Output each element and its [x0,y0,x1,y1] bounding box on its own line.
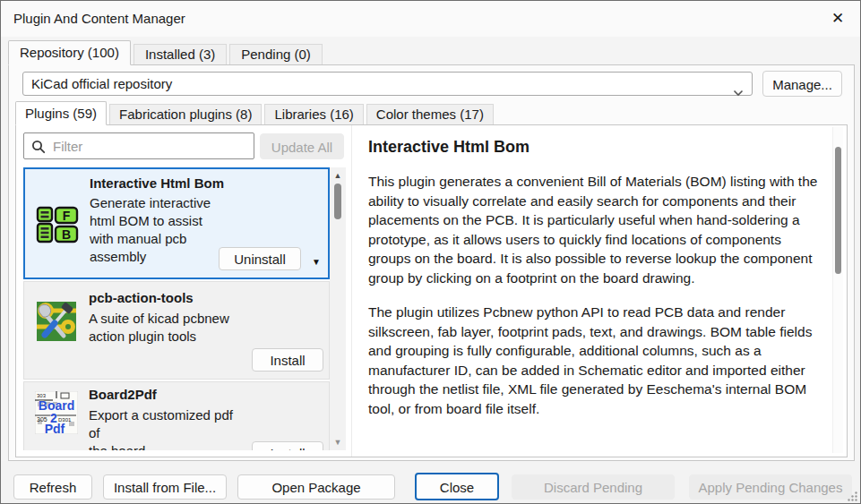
repository-select-value: KiCad official repository [31,76,172,91]
open-package-directory-button[interactable]: Open Package Directory [237,474,395,500]
chevron-down-icon [733,81,744,103]
content-type-tab-bar: Plugins (59) Fabrication plugins (8) Lib… [15,101,494,124]
svg-text:F: F [63,209,71,223]
tab-plugins[interactable]: Plugins (59) [15,101,107,125]
plugin-and-content-manager-dialog: Plugin And Content Manager ✕ Repository … [0,0,861,504]
list-item-interactive-html-bom[interactable]: F B Interactive Html Bom Generate intera… [23,167,330,279]
tab-libraries[interactable]: Libraries (16) [264,104,363,124]
update-all-button: Update All [260,133,344,159]
close-icon[interactable]: ✕ [824,7,851,30]
window-title: Plugin And Content Manager [13,1,185,37]
svg-text:Pdf: Pdf [45,422,65,434]
tab-pending[interactable]: Pending (0) [229,44,323,64]
tab-repository[interactable]: Repository (100) [8,40,131,65]
repository-select[interactable]: KiCad official repository [22,72,753,96]
list-item-board2pdf[interactable]: 303 305 D301 Board 2 Pdf Board2Pdf Expor… [23,381,330,450]
tab-color-themes[interactable]: Color themes (17) [366,104,494,124]
details-paragraph: This plugin generates a convenient Bill … [368,172,823,287]
details-title: Interactive Html Bom [368,138,811,157]
install-button[interactable]: Install [252,348,323,372]
filter-box [23,132,254,159]
tab-fabrication-plugins[interactable]: Fabrication plugins (8) [109,104,262,124]
search-icon [31,140,46,154]
apply-pending-changes-button: Apply Pending Changes [689,474,852,500]
plugin-description: A suite of kicad pcbnew action plugin to… [89,310,304,346]
main-tab-bar: Repository (100) Installed (3) Pending (… [8,40,323,64]
plugin-details-panel: Interactive Html Bom This plugin generat… [351,125,847,457]
plugin-title: Interactive Html Bom [90,175,224,191]
plugin-list-scrollbar[interactable]: ▲ ▼ [330,167,346,450]
tab-installed[interactable]: Installed (3) [133,44,227,64]
resize-grip[interactable] [847,491,858,502]
plugin-list: F B Interactive Html Bom Generate intera… [23,167,346,450]
install-from-file-button[interactable]: Install from File... [103,474,227,500]
uninstall-button[interactable]: Uninstall [219,247,301,270]
plugin-title: Board2Pdf [89,387,157,402]
discard-pending-changes-button: Discard Pending Changes [512,474,675,500]
list-item-pcb-action-tools[interactable]: pcb-action-tools A suite of kicad pcbnew… [23,281,330,380]
refresh-button[interactable]: Refresh [13,474,92,500]
details-paragraph: The plugin utilizes Pcbnew python API to… [368,303,823,418]
filter-input[interactable] [51,134,248,158]
title-bar: Plugin And Content Manager ✕ [1,1,860,37]
details-scrollbar[interactable] [832,127,843,453]
close-button[interactable]: Close [415,473,499,500]
scroll-up-icon[interactable]: ▲ [330,169,346,182]
interactive-html-bom-icon: F B [36,203,79,246]
scrollbar-thumb[interactable] [334,184,341,219]
plugin-title: pcb-action-tools [89,290,194,305]
scrollbar-thumb[interactable] [835,147,841,274]
install-button[interactable]: Install [252,441,323,450]
plugins-panel: Update All F B Interactive Ht [15,124,848,457]
footer-bar: Refresh Install from File... Open Packag… [1,461,860,504]
action-menu-arrow-icon[interactable]: ▼ [310,256,323,269]
pcb-action-tools-icon [35,300,78,343]
manage-button[interactable]: Manage... [762,71,842,97]
scroll-down-icon[interactable]: ▼ [330,436,346,448]
board2pdf-icon: 303 305 D301 Board 2 Pdf [35,391,78,434]
svg-text:B: B [62,227,71,242]
